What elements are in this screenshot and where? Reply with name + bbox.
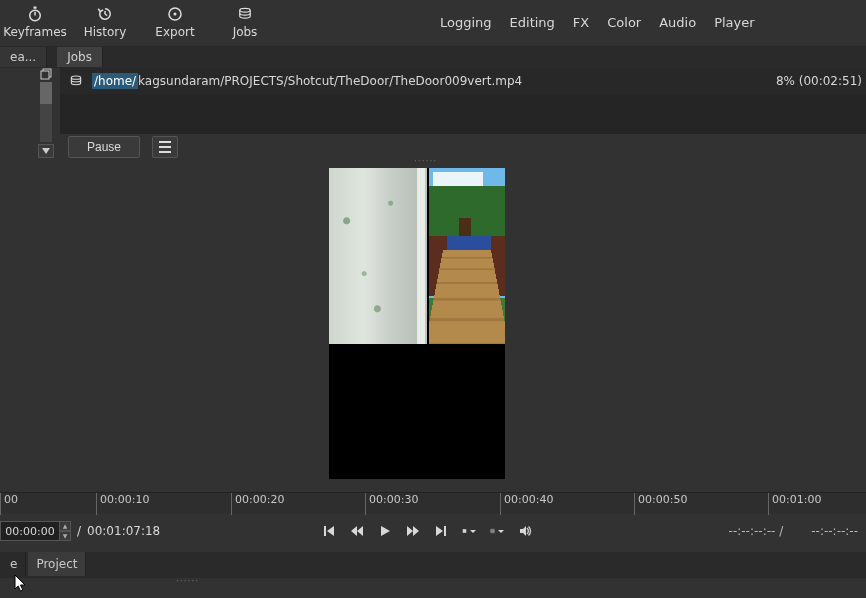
play-button[interactable]: [378, 524, 392, 538]
video-frame: [329, 168, 505, 344]
timecode-input[interactable]: [0, 521, 60, 541]
svg-rect-1: [34, 7, 37, 9]
disc-icon: [166, 5, 184, 23]
tab-project[interactable]: Project: [28, 552, 86, 576]
spinner-down-icon[interactable]: ▼: [59, 531, 71, 541]
duration-label: 00:01:07:18: [87, 524, 160, 538]
jobs-controls: Pause: [60, 134, 866, 160]
resize-handle[interactable]: ······: [414, 156, 437, 166]
menu-player[interactable]: Player: [714, 15, 754, 30]
ruler-tick: 00:00:20: [231, 493, 284, 515]
out-timecode: --:--:--:--: [811, 524, 858, 538]
layout-menu: Logging Editing FX Color Audio Player: [440, 0, 755, 44]
jobs-menu-button[interactable]: [152, 136, 178, 158]
history-label: History: [84, 25, 127, 39]
job-filebar: /home/kagsundaram/PROJECTS/Shotcut/TheDo…: [60, 68, 866, 94]
stack-icon: [236, 5, 254, 23]
tab-jobs[interactable]: Jobs: [57, 47, 103, 67]
skip-next-button[interactable]: [434, 524, 448, 538]
tab-source-truncated[interactable]: e: [2, 552, 26, 576]
skip-prev-button[interactable]: [322, 524, 336, 538]
play-icon: [378, 524, 392, 538]
fast-forward-button[interactable]: [406, 524, 420, 538]
timecode-separator: /: [77, 524, 81, 538]
skip-prev-icon: [322, 524, 336, 538]
ruler-tick: 00: [0, 493, 18, 515]
ruler-tick: 00:00:10: [96, 493, 149, 515]
fast-forward-icon: [406, 524, 420, 538]
panel-dropdown-button[interactable]: [38, 144, 54, 158]
in-timecode: --:--:--:-- /: [729, 524, 784, 538]
zoom-fit-button[interactable]: [462, 524, 476, 538]
skip-next-icon: [434, 524, 448, 538]
jobs-label: Jobs: [233, 25, 258, 39]
spinner-up-icon[interactable]: ▲: [59, 521, 71, 531]
ruler-tick: 00:00:30: [365, 493, 418, 515]
in-out-timecodes: --:--:--:-- / --:--:--:--: [729, 516, 858, 546]
timeline-ruler[interactable]: 00 00:00:10 00:00:20 00:00:30 00:00:40 0…: [0, 492, 866, 514]
main-toolbar: Keyframes History Export Jobs Logging Ed…: [0, 0, 866, 44]
timecode-spinner[interactable]: ▲▼: [59, 521, 71, 541]
keyframes-label: Keyframes: [3, 25, 67, 39]
ruler-tick: 00:01:00: [768, 493, 821, 515]
transport-controls: [322, 516, 532, 546]
hamburger-icon: [158, 141, 172, 153]
stack-icon: [68, 73, 84, 89]
rewind-button[interactable]: [350, 524, 364, 538]
zoom-fit-icon: [462, 524, 467, 538]
panel-tabs: ea... Jobs: [0, 46, 866, 68]
keyframes-button[interactable]: Keyframes: [0, 0, 70, 44]
jobs-list-empty: [60, 94, 866, 134]
stopwatch-icon: [26, 5, 44, 23]
svg-rect-11: [463, 529, 467, 533]
chevron-down-icon: [42, 148, 50, 154]
grid-icon: [490, 524, 495, 538]
export-label: Export: [155, 25, 194, 39]
svg-point-6: [174, 13, 177, 16]
ruler-tick: 00:00:50: [634, 493, 687, 515]
player-preview[interactable]: [329, 168, 505, 479]
menu-color[interactable]: Color: [607, 15, 641, 30]
transport-bar: ▲▼ / 00:01:07:18 --:--:--:-- / --:--:--:…: [0, 516, 866, 546]
job-path[interactable]: /home/kagsundaram/PROJECTS/Shotcut/TheDo…: [92, 74, 522, 88]
svg-point-10: [71, 76, 80, 79]
tab-truncated[interactable]: ea...: [0, 47, 47, 67]
menu-editing[interactable]: Editing: [510, 15, 555, 30]
menu-fx[interactable]: FX: [573, 15, 589, 30]
volume-icon: [518, 524, 532, 538]
menu-logging[interactable]: Logging: [440, 15, 492, 30]
jobs-button[interactable]: Jobs: [210, 0, 280, 44]
resize-handle-bottom[interactable]: ······: [176, 576, 199, 586]
svg-point-7: [240, 8, 251, 12]
volume-button[interactable]: [518, 524, 532, 538]
svg-line-4: [105, 14, 107, 16]
path-rest: kagsundaram/PROJECTS/Shotcut/TheDoor/The…: [138, 74, 522, 88]
rewind-icon: [350, 524, 364, 538]
bottom-tabs: e Project: [0, 552, 866, 578]
path-selected: /home/: [92, 73, 138, 89]
grid-button[interactable]: [490, 524, 504, 538]
pause-button[interactable]: Pause: [68, 136, 140, 158]
job-progress: 8% (00:02:51): [776, 74, 862, 88]
history-button[interactable]: History: [70, 0, 140, 44]
menu-audio[interactable]: Audio: [659, 15, 696, 30]
svg-rect-9: [41, 71, 49, 79]
export-button[interactable]: Export: [140, 0, 210, 44]
vertical-scrollbar[interactable]: [40, 82, 52, 142]
history-icon: [96, 5, 114, 23]
ruler-tick: 00:00:40: [500, 493, 553, 515]
restore-window-icon[interactable]: [40, 68, 52, 80]
